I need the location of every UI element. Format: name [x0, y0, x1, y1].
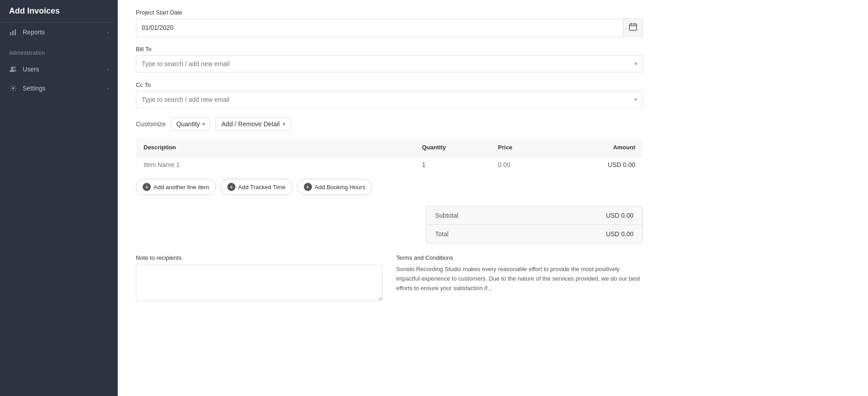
add-booking-hours-plus-icon: + [304, 183, 312, 191]
bill-to-input[interactable] [142, 60, 634, 67]
sidebar-item-settings-label: Settings [23, 85, 46, 92]
invoice-table: Description Quantity Price Amount [136, 138, 643, 173]
totals-table: Subtotal USD 0.00 Total USD 0.00 [426, 206, 643, 243]
terms-and-conditions-section: Terms and Conditions Sonido Recording St… [396, 254, 643, 303]
add-remove-detail-arrow: ▾ [283, 121, 285, 127]
col-header-description: Description [136, 138, 415, 157]
settings-icon [9, 84, 17, 92]
sidebar-item-users[interactable]: Users › [0, 60, 118, 79]
svg-rect-6 [629, 24, 637, 30]
add-line-item-plus-icon: + [143, 183, 151, 191]
sidebar-title: Add Invoices [0, 0, 118, 23]
table-row: USD 0.00 [136, 157, 643, 173]
svg-rect-0 [10, 32, 11, 35]
terms-and-conditions-label: Terms and Conditions [396, 254, 643, 261]
users-icon [9, 65, 17, 73]
project-start-date-input[interactable] [136, 19, 623, 36]
sidebar-item-reports-label: Reports [23, 29, 45, 36]
subtotal-label: Subtotal [435, 212, 458, 219]
subtotal-row: Subtotal USD 0.00 [426, 206, 643, 225]
bottom-section: Note to recipients Terms and Conditions … [136, 254, 643, 303]
quantity-dropdown-arrow: ▾ [202, 121, 205, 127]
add-remove-detail-button[interactable]: Add / Remove Detail ▾ [216, 117, 291, 131]
total-row: Total USD 0.00 [426, 225, 643, 243]
project-start-date-input-row [136, 19, 643, 37]
sidebar-item-users-label: Users [23, 66, 39, 73]
total-value: USD 0.00 [606, 230, 633, 238]
sidebar-item-reports[interactable]: Reports › [0, 23, 118, 42]
add-tracked-time-label: Add Tracked Time [238, 184, 286, 191]
customize-label: Customize [136, 120, 166, 128]
cc-to-input[interactable] [142, 96, 634, 103]
note-to-recipients-section: Note to recipients [136, 254, 383, 303]
users-chevron: › [107, 67, 109, 72]
reports-icon [9, 28, 17, 36]
bill-to-select[interactable]: ▾ [136, 55, 643, 72]
add-remove-detail-label: Add / Remove Detail [221, 120, 279, 128]
subtotal-value: USD 0.00 [606, 212, 633, 219]
note-to-recipients-textarea[interactable] [136, 265, 383, 301]
note-to-recipients-label: Note to recipients [136, 254, 383, 261]
item-quantity-input[interactable] [422, 161, 484, 168]
terms-and-conditions-text: Sonido Recording Studio makes every reas… [396, 265, 643, 293]
svg-rect-2 [14, 29, 16, 35]
totals-section: Subtotal USD 0.00 Total USD 0.00 [136, 206, 643, 243]
svg-point-5 [12, 87, 14, 90]
item-quantity-cell[interactable] [415, 157, 491, 173]
col-header-quantity: Quantity [415, 138, 491, 157]
add-buttons-row: + Add another line item + Add Tracked Ti… [136, 179, 643, 195]
total-label: Total [435, 230, 449, 238]
add-line-item-label: Add another line item [153, 184, 209, 191]
project-start-date-group: Project Start Date [136, 9, 643, 37]
add-line-item-button[interactable]: + Add another line item [136, 179, 216, 195]
col-header-amount: Amount [567, 138, 643, 157]
main-content: Project Start Date Bill To ▾ [118, 0, 868, 396]
item-price-cell[interactable] [491, 157, 567, 173]
cc-to-dropdown-arrow: ▾ [634, 96, 637, 103]
quantity-option-label: Quantity [176, 120, 200, 128]
cc-to-select[interactable]: ▾ [136, 91, 643, 108]
item-description-input[interactable] [144, 161, 408, 168]
sidebar: Add Invoices Reports › Administration [0, 0, 118, 396]
col-header-price: Price [491, 138, 567, 157]
svg-point-3 [11, 67, 14, 69]
calendar-icon-button[interactable] [623, 19, 643, 36]
item-description-cell[interactable] [136, 157, 415, 173]
bill-to-label: Bill To [136, 46, 643, 52]
add-tracked-time-plus-icon: + [227, 183, 235, 191]
add-booking-hours-label: Add Booking Hours [315, 184, 365, 191]
administration-section-label: Administration [0, 42, 118, 60]
svg-point-4 [14, 67, 16, 68]
add-booking-hours-button[interactable]: + Add Booking Hours [297, 179, 372, 195]
bill-to-dropdown-arrow: ▾ [634, 61, 637, 67]
bill-to-group: Bill To ▾ [136, 46, 643, 72]
add-tracked-time-button[interactable]: + Add Tracked Time [221, 179, 293, 195]
cc-to-label: Cc To [136, 81, 643, 88]
project-start-date-label: Project Start Date [136, 9, 643, 16]
customize-bar: Customize Quantity ▾ Add / Remove Detail… [136, 117, 643, 131]
settings-chevron: › [107, 86, 109, 91]
cc-to-group: Cc To ▾ [136, 81, 643, 108]
quantity-dropdown[interactable]: Quantity ▾ [171, 117, 210, 131]
sidebar-item-settings[interactable]: Settings › [0, 79, 118, 98]
item-price-input[interactable] [498, 161, 560, 168]
svg-rect-1 [12, 31, 14, 35]
reports-chevron: › [107, 29, 109, 35]
item-amount-cell: USD 0.00 [567, 157, 643, 173]
